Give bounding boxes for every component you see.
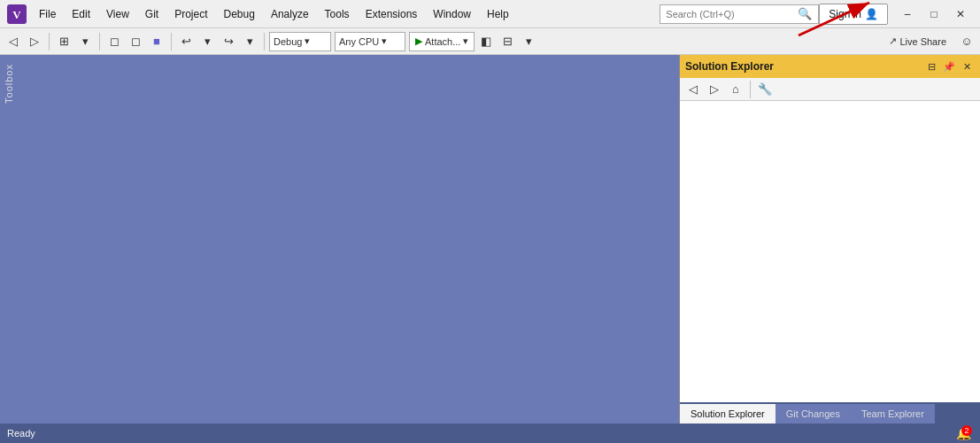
debug-dropdown-arrow: ▾	[305, 35, 310, 47]
attach-label: Attach...	[425, 36, 460, 47]
panel-forward-button[interactable]: ▷	[705, 80, 724, 99]
status-text: Ready	[7, 428, 35, 439]
redo-button[interactable]: ↪	[219, 32, 238, 51]
toolbar: ◁ ▷ ⊞ ▾ ◻ ◻ ■ ↩ ▾ ↪ ▾ Debug ▾ Any CPU ▾ …	[0, 28, 980, 55]
status-bar: Ready 🔔 2	[0, 424, 980, 443]
tab-solution-explorer[interactable]: Solution Explorer	[680, 404, 776, 424]
close-button[interactable]: ✕	[948, 4, 973, 24]
svg-text:V: V	[12, 8, 21, 21]
maximize-button[interactable]: □	[922, 4, 946, 24]
view-btn-1[interactable]: ⊞	[54, 32, 73, 51]
live-share-icon: ↗	[889, 35, 897, 47]
undo-button[interactable]: ↩	[176, 32, 196, 51]
separator-2	[99, 33, 100, 51]
attach-dropdown-arrow: ▾	[463, 35, 468, 47]
cpu-label: Any CPU	[339, 36, 379, 47]
cpu-dropdown-arrow: ▾	[382, 35, 387, 47]
panel-auto-hide-button[interactable]: ⊟	[923, 58, 939, 74]
main-area: Toolbox Solution Explorer ⊟ 📌 ✕ ◁ ▷ ⌂ 🔧	[0, 55, 980, 424]
tab-team-explorer[interactable]: Team Explorer	[851, 404, 935, 424]
menu-project[interactable]: Project	[167, 6, 214, 22]
menu-git[interactable]: Git	[138, 6, 166, 22]
title-bar: V File Edit View Git Project Debug Analy…	[0, 0, 980, 28]
sign-in-button[interactable]: Sign in 👤	[819, 4, 888, 25]
forward-button[interactable]: ▷	[25, 32, 44, 51]
panel-close-button[interactable]: ✕	[959, 58, 975, 74]
view-btn-2[interactable]: ▾	[75, 32, 95, 51]
window-controls: – □ ✕	[895, 4, 973, 24]
panel-home-button[interactable]: ⌂	[726, 80, 745, 99]
separator-3	[171, 33, 172, 51]
menu-file[interactable]: File	[32, 6, 63, 22]
search-input[interactable]	[660, 4, 819, 24]
separator-1	[49, 33, 50, 51]
live-share-button[interactable]: ↗ Live Share	[882, 32, 953, 51]
notification-icon[interactable]: 🔔 2	[953, 424, 973, 443]
live-share-label: Live Share	[899, 36, 946, 47]
redo-dropdown[interactable]: ▾	[240, 32, 259, 51]
back-button[interactable]: ◁	[4, 32, 23, 51]
view-btn-5[interactable]: ■	[147, 32, 166, 51]
feedback-button[interactable]: ☺	[957, 32, 976, 51]
panel-separator	[750, 81, 751, 98]
toolbox-sidebar[interactable]: Toolbox	[0, 55, 18, 424]
panel-title-bar: Solution Explorer ⊟ 📌 ✕	[680, 55, 980, 78]
menu-view[interactable]: View	[99, 6, 136, 22]
debug-label: Debug	[274, 36, 302, 47]
panel-tabs: Solution Explorer Git Changes Team Explo…	[680, 402, 980, 424]
separator-4	[264, 33, 265, 51]
panel-title: Solution Explorer	[685, 60, 923, 73]
undo-dropdown[interactable]: ▾	[197, 32, 217, 51]
toolbox-label[interactable]: Toolbox	[4, 64, 14, 104]
menu-bar: File Edit View Git Project Debug Analyze…	[32, 6, 660, 22]
solution-explorer-panel: Solution Explorer ⊟ 📌 ✕ ◁ ▷ ⌂ 🔧 Solution…	[679, 55, 980, 424]
panel-content	[680, 101, 980, 402]
extra-btn-2[interactable]: ▾	[519, 32, 538, 51]
view-btn-3[interactable]: ◻	[104, 32, 124, 51]
panel-pin-button[interactable]: 📌	[941, 58, 957, 74]
minimize-button[interactable]: –	[895, 4, 920, 24]
notification-badge: 2	[961, 425, 972, 436]
panel-controls: ⊟ 📌 ✕	[923, 58, 975, 74]
sign-in-label: Sign in	[829, 8, 861, 20]
extra-btn[interactable]: ⊟	[498, 32, 517, 51]
panel-settings-button[interactable]: 🔧	[755, 80, 775, 99]
cpu-dropdown[interactable]: Any CPU ▾	[335, 32, 405, 51]
menu-extensions[interactable]: Extensions	[359, 6, 425, 22]
menu-window[interactable]: Window	[426, 6, 478, 22]
menu-tools[interactable]: Tools	[318, 6, 357, 22]
search-area: 🔍	[660, 4, 812, 24]
view-btn-4[interactable]: ◻	[126, 32, 145, 51]
panel-toolbar: ◁ ▷ ⌂ 🔧	[680, 78, 980, 101]
debug-dropdown[interactable]: Debug ▾	[269, 32, 331, 51]
menu-analyze[interactable]: Analyze	[264, 6, 316, 22]
panel-back-button[interactable]: ◁	[683, 80, 703, 99]
vs-logo: V	[7, 4, 27, 24]
menu-debug[interactable]: Debug	[217, 6, 262, 22]
play-icon: ▶	[415, 35, 422, 47]
tab-git-changes[interactable]: Git Changes	[776, 404, 851, 424]
menu-edit[interactable]: Edit	[65, 6, 97, 22]
menu-help[interactable]: Help	[480, 6, 516, 22]
start-button[interactable]: ▶ Attach... ▾	[409, 32, 475, 51]
editor-area[interactable]	[18, 55, 679, 424]
account-icon: 👤	[865, 8, 878, 20]
attach-extra-btn[interactable]: ◧	[476, 32, 496, 51]
